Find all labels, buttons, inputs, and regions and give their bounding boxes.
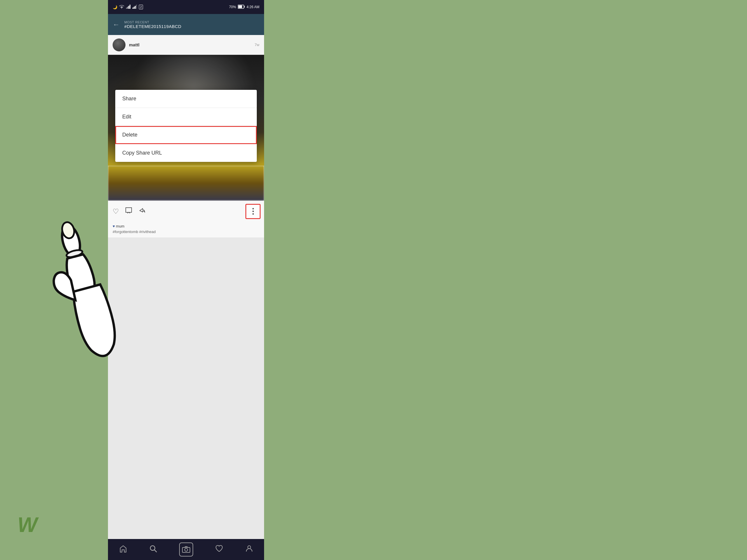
svg-point-17 bbox=[185, 548, 188, 551]
bottom-nav bbox=[108, 539, 264, 560]
svg-rect-10 bbox=[238, 5, 242, 8]
caption-likes: ♥ mum bbox=[113, 224, 259, 229]
avatar-image bbox=[113, 38, 126, 51]
username: mattl bbox=[129, 42, 251, 47]
likes-text: mum bbox=[116, 224, 124, 229]
svg-rect-1 bbox=[127, 7, 128, 9]
signal2-icon bbox=[132, 5, 137, 10]
svg-rect-0 bbox=[126, 7, 127, 9]
svg-rect-3 bbox=[130, 5, 130, 9]
post-bottom-blur bbox=[108, 166, 264, 201]
svg-rect-4 bbox=[132, 7, 133, 9]
app-header: ← MOST RECENT #DELETEME2015119ABCD bbox=[108, 14, 264, 35]
svg-rect-9 bbox=[244, 6, 244, 7]
caption-hashtags: #forgottentomb #rivithead bbox=[113, 230, 259, 234]
sim-icon: 2 bbox=[139, 5, 143, 9]
svg-rect-6 bbox=[135, 6, 136, 9]
nav-camera-icon[interactable] bbox=[179, 542, 193, 557]
nav-heart-icon[interactable] bbox=[215, 544, 223, 555]
nav-profile-icon[interactable] bbox=[245, 544, 253, 555]
like-heart-icon: ♥ bbox=[113, 224, 115, 229]
wikihow-watermark: W bbox=[18, 513, 37, 537]
context-menu: Share Edit Delete Copy Share URL bbox=[115, 90, 257, 162]
user-row[interactable]: mattl 7w bbox=[108, 35, 264, 55]
time-ago: 7w bbox=[254, 43, 259, 47]
header-title: #DELETEME2015119ABCD bbox=[124, 24, 181, 29]
battery-percent: 70% bbox=[229, 5, 236, 9]
like-icon[interactable]: ♡ bbox=[113, 207, 119, 216]
action-icons: ♡ bbox=[113, 207, 146, 216]
menu-delete-label: Delete bbox=[122, 132, 137, 138]
menu-share-label: Share bbox=[122, 96, 136, 102]
menu-item-edit[interactable]: Edit bbox=[115, 108, 257, 126]
phone-screen: 🌙 bbox=[108, 0, 264, 560]
dot1 bbox=[252, 208, 254, 209]
header-text: MOST RECENT #DELETEME2015119ABCD bbox=[124, 20, 181, 29]
header-subtitle: MOST RECENT bbox=[124, 20, 181, 24]
svg-rect-5 bbox=[134, 7, 134, 9]
svg-point-14 bbox=[150, 546, 155, 550]
status-bar-left: 🌙 bbox=[113, 5, 143, 10]
back-button[interactable]: ← bbox=[113, 20, 120, 29]
svg-line-15 bbox=[154, 550, 157, 552]
wifi-icon bbox=[119, 5, 124, 10]
menu-edit-label: Edit bbox=[122, 114, 131, 119]
nav-search-icon[interactable] bbox=[149, 544, 157, 555]
status-bar-right: 70% 4:26 AM bbox=[229, 5, 259, 10]
battery-icon bbox=[238, 5, 245, 10]
nav-home-icon[interactable] bbox=[119, 544, 127, 555]
dot2 bbox=[252, 211, 254, 212]
svg-rect-2 bbox=[128, 6, 129, 9]
post-image: Share Edit Delete Copy Share URL bbox=[108, 55, 264, 166]
caption-area: ♥ mum #forgottentomb #rivithead bbox=[108, 222, 264, 237]
time-display: 4:26 AM bbox=[247, 5, 259, 9]
avatar bbox=[113, 38, 126, 51]
more-options-button[interactable] bbox=[246, 204, 261, 219]
svg-rect-7 bbox=[136, 5, 137, 9]
menu-item-delete[interactable]: Delete bbox=[115, 126, 257, 144]
dot3 bbox=[252, 213, 254, 215]
menu-item-share[interactable]: Share bbox=[115, 90, 257, 108]
signal-icon bbox=[126, 5, 131, 10]
status-bar: 🌙 bbox=[108, 0, 264, 14]
menu-item-copy-share-url[interactable]: Copy Share URL bbox=[115, 144, 257, 162]
comment-icon[interactable] bbox=[125, 207, 132, 216]
moon-icon: 🌙 bbox=[113, 5, 117, 9]
post-actions-bar: ♡ bbox=[108, 201, 264, 222]
svg-point-18 bbox=[248, 546, 251, 549]
menu-copy-share-url-label: Copy Share URL bbox=[122, 150, 162, 156]
share-arrow-icon[interactable] bbox=[138, 207, 146, 216]
